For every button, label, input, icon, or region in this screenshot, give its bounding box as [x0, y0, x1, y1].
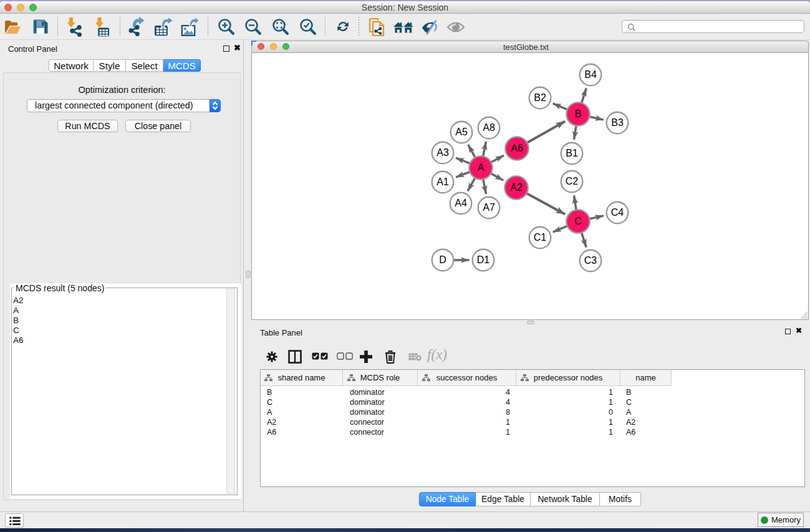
svg-text:A3: A3 — [436, 147, 449, 158]
svg-text:C4: C4 — [611, 207, 624, 218]
svg-text:C: C — [574, 216, 582, 226]
svg-text:A4: A4 — [455, 198, 467, 208]
svg-text:A2: A2 — [510, 182, 523, 193]
svg-text:A6: A6 — [511, 143, 523, 153]
svg-text:C2: C2 — [566, 176, 579, 186]
svg-text:B4: B4 — [584, 69, 597, 80]
svg-text:D1: D1 — [477, 254, 490, 265]
svg-text:B: B — [575, 109, 582, 119]
svg-text:A1: A1 — [436, 177, 449, 187]
svg-text:A7: A7 — [483, 202, 495, 213]
svg-text:B2: B2 — [534, 92, 546, 103]
svg-text:B3: B3 — [611, 117, 624, 128]
svg-text:A5: A5 — [455, 127, 468, 137]
svg-text:B1: B1 — [566, 148, 578, 158]
svg-text:A8: A8 — [483, 122, 495, 133]
svg-text:A: A — [478, 162, 485, 173]
svg-text:C1: C1 — [534, 232, 547, 243]
svg-text:D: D — [439, 254, 446, 265]
svg-text:C3: C3 — [584, 255, 597, 266]
